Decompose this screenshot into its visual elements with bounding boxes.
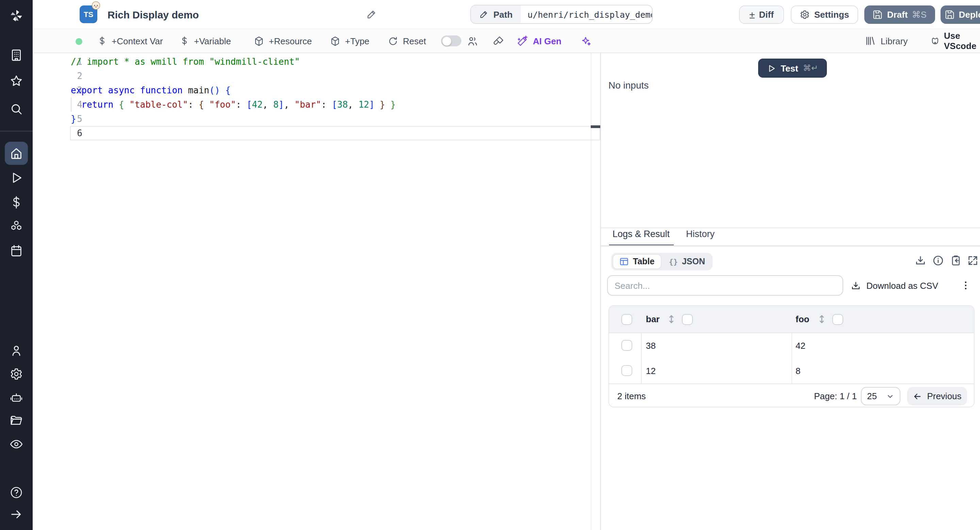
folders-icon[interactable] bbox=[10, 413, 23, 427]
draft-button[interactable]: Draft ⌘S bbox=[864, 5, 935, 24]
row-checkbox[interactable] bbox=[621, 340, 632, 351]
code-line-4[interactable]: return { "table-col": { "foo": [42, 8], … bbox=[71, 97, 396, 112]
previous-label: Previous bbox=[927, 391, 961, 401]
path-group[interactable]: Path u/henri/rich_display_demo bbox=[470, 5, 653, 24]
draft-shortcut: ⌘S bbox=[912, 10, 927, 20]
library-button[interactable]: Library bbox=[865, 29, 908, 53]
table-menu-kebab-icon[interactable] bbox=[957, 276, 975, 294]
schedules-calendar-icon[interactable] bbox=[10, 244, 23, 257]
package-icon bbox=[330, 36, 340, 46]
tab-history[interactable]: History bbox=[686, 229, 714, 239]
view-table-button[interactable]: Table bbox=[612, 254, 661, 269]
variables-dollar-icon[interactable] bbox=[10, 196, 23, 209]
info-icon[interactable] bbox=[932, 255, 944, 267]
search-input[interactable] bbox=[607, 275, 843, 296]
resources-cubes-icon[interactable] bbox=[10, 219, 23, 233]
code-line-1[interactable]: // import * as wmill from "windmill-clie… bbox=[71, 54, 300, 69]
path-pencil-icon bbox=[479, 10, 488, 19]
path-button[interactable]: Path bbox=[471, 5, 520, 23]
add-context-var-button[interactable]: +Context Var bbox=[97, 29, 163, 53]
expand-sidebar-arrow-icon[interactable] bbox=[10, 508, 23, 521]
diff-plusminus-icon: ± bbox=[749, 9, 755, 21]
multiplayer-users-icon[interactable] bbox=[467, 35, 479, 47]
settings-gear-icon[interactable] bbox=[10, 367, 23, 381]
code-line-5[interactable]: } bbox=[71, 112, 76, 126]
items-count: 2 items bbox=[617, 391, 646, 401]
add-resource-button[interactable]: +Resource bbox=[254, 29, 312, 53]
result-section-divider[interactable] bbox=[601, 228, 980, 228]
cell-foo: 42 bbox=[795, 341, 805, 351]
deploy-button[interactable]: Deploy bbox=[940, 5, 980, 24]
add-variable-button[interactable]: +Variable bbox=[180, 29, 231, 53]
add-type-button[interactable]: +Type bbox=[330, 29, 369, 53]
tabs-bottom-border bbox=[601, 245, 980, 247]
add-variable-label: +Variable bbox=[194, 36, 231, 46]
chevron-down-icon bbox=[886, 392, 894, 400]
diff-mode-toggle[interactable] bbox=[441, 35, 461, 46]
column-header-foo[interactable]: foo bbox=[795, 314, 809, 324]
current-line-highlight bbox=[70, 126, 600, 140]
page-indicator: Page: 1 / 1 bbox=[814, 391, 857, 401]
ai-gen-button[interactable]: AI Gen bbox=[517, 29, 562, 53]
column-bar-checkbox[interactable] bbox=[682, 314, 693, 325]
download-result-icon[interactable] bbox=[915, 255, 926, 267]
windmill-logo[interactable] bbox=[10, 9, 23, 22]
previous-page-button[interactable]: Previous bbox=[907, 387, 967, 405]
sidebar bbox=[0, 0, 33, 530]
use-vscode-button[interactable]: Use VScode bbox=[931, 29, 980, 53]
favorites-star-icon[interactable] bbox=[10, 74, 23, 88]
code-editor[interactable]: 1 2 3 4 5 6 // import * as wmill from "w… bbox=[33, 53, 600, 530]
diff-label: Diff bbox=[759, 10, 774, 20]
settings-button[interactable]: Settings bbox=[791, 5, 858, 24]
reset-refresh-icon bbox=[388, 36, 398, 46]
add-context-var-label: +Context Var bbox=[111, 36, 163, 46]
copy-clipboard-icon[interactable] bbox=[950, 255, 962, 267]
kebab-dots-icon bbox=[960, 280, 971, 291]
search-icon[interactable] bbox=[10, 102, 23, 116]
view-json-button[interactable]: {} JSON bbox=[662, 254, 711, 269]
row-checkbox[interactable] bbox=[621, 365, 632, 376]
edit-summary-pencil-icon[interactable] bbox=[366, 9, 377, 20]
users-person-icon[interactable] bbox=[10, 344, 23, 358]
vscode-icon bbox=[931, 35, 939, 47]
page-size-select[interactable]: 25 bbox=[861, 387, 900, 405]
workspace-building-icon[interactable] bbox=[10, 48, 23, 62]
column-header-bar[interactable]: bar bbox=[646, 314, 659, 324]
save-icon bbox=[873, 10, 883, 20]
column-foo-checkbox[interactable] bbox=[832, 314, 843, 325]
code-line-3[interactable]: export async function main() { bbox=[71, 83, 231, 97]
download-csv-button[interactable]: Download as CSV bbox=[851, 276, 938, 294]
package-icon bbox=[254, 36, 264, 46]
page-size-value: 25 bbox=[867, 391, 877, 401]
reset-label: Reset bbox=[403, 36, 426, 46]
workers-robot-icon[interactable] bbox=[10, 391, 23, 405]
reset-button[interactable]: Reset bbox=[388, 29, 426, 53]
panel-divider[interactable] bbox=[600, 53, 601, 530]
ai-gen-label: AI Gen bbox=[533, 36, 562, 46]
test-shortcut: ⌘↵ bbox=[803, 63, 818, 73]
help-icon[interactable] bbox=[10, 486, 23, 499]
tab-logs-result[interactable]: Logs & Result bbox=[612, 229, 670, 239]
audit-eye-icon[interactable] bbox=[10, 437, 23, 451]
play-icon bbox=[767, 64, 776, 73]
result-view-switch: Table {} JSON bbox=[611, 253, 713, 270]
test-button[interactable]: Test ⌘↵ bbox=[758, 59, 827, 78]
home-icon[interactable] bbox=[10, 147, 23, 160]
typescript-badge-label: TS bbox=[84, 10, 93, 18]
page-title: Rich Display demo bbox=[108, 9, 199, 21]
sort-icon[interactable] bbox=[817, 314, 827, 324]
sort-icon[interactable] bbox=[666, 314, 676, 324]
sparkles-icon[interactable] bbox=[580, 35, 592, 47]
deploy-label: Deploy bbox=[959, 10, 980, 20]
arrow-left-icon bbox=[913, 391, 922, 401]
diff-button[interactable]: ± Diff bbox=[739, 5, 784, 24]
format-brush-icon[interactable] bbox=[493, 35, 504, 47]
runs-play-icon[interactable] bbox=[10, 171, 23, 185]
select-all-checkbox[interactable] bbox=[621, 314, 632, 325]
no-inputs-text: No inputs bbox=[608, 80, 649, 91]
magic-wand-icon bbox=[517, 35, 528, 46]
fullscreen-expand-icon[interactable] bbox=[967, 255, 978, 267]
cell-bar: 38 bbox=[646, 341, 656, 351]
path-value[interactable]: u/henri/rich_display_demo bbox=[520, 5, 653, 23]
dollar-icon bbox=[180, 36, 189, 46]
